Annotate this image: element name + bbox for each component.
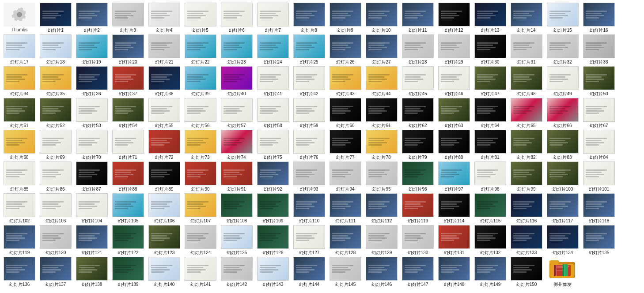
slide-item-34[interactable]: 幻灯片34 <box>2 66 37 97</box>
slide-item-41[interactable]: 幻灯片41 <box>255 66 291 97</box>
slide-item-107[interactable]: 幻灯片107 <box>183 193 218 224</box>
slide-item-6[interactable]: 幻灯片6 <box>219 3 254 34</box>
slide-item-128[interactable]: 幻灯片128 <box>328 225 363 256</box>
slide-item-77[interactable]: 幻灯片77 <box>328 130 363 161</box>
slide-item-145[interactable]: 幻灯片145 <box>328 257 363 288</box>
slide-item-1[interactable]: 幻灯片1 <box>38 3 73 34</box>
slide-item-25[interactable]: 幻灯片25 <box>292 34 327 65</box>
slide-item-125[interactable]: 幻灯片125 <box>219 225 254 256</box>
slide-item-86[interactable]: 幻灯片86 <box>38 162 73 192</box>
slide-item-91[interactable]: 幻灯片91 <box>219 162 254 192</box>
slide-item-66[interactable]: 幻灯片66 <box>545 98 580 129</box>
slide-item-143[interactable]: 幻灯片143 <box>255 257 291 288</box>
slide-item-50[interactable]: 幻灯片50 <box>581 66 617 97</box>
slide-item-36[interactable]: 幻灯片36 <box>74 66 110 97</box>
slide-item-104[interactable]: 幻灯片104 <box>74 193 110 224</box>
slide-item-136[interactable]: 幻灯片136 <box>2 257 37 288</box>
slide-item-30[interactable]: 幻灯片30 <box>473 34 508 65</box>
slide-item-80[interactable]: 幻灯片80 <box>436 130 472 161</box>
slide-item-92[interactable]: 幻灯片92 <box>255 162 291 192</box>
slide-item-39[interactable]: 幻灯片39 <box>183 66 218 97</box>
slide-item-10[interactable]: 幻灯片10 <box>364 3 399 34</box>
slide-item-63[interactable]: 幻灯片63 <box>436 98 472 129</box>
slide-item-148[interactable]: 幻灯片148 <box>436 257 472 288</box>
slide-item-55[interactable]: 幻灯片55 <box>147 98 182 129</box>
slide-item-67[interactable]: 幻灯片67 <box>581 98 617 129</box>
slide-item-31[interactable]: 幻灯片31 <box>509 34 544 65</box>
slide-item-20[interactable]: 幻灯片20 <box>110 34 146 65</box>
slide-item-13[interactable]: 幻灯片13 <box>473 3 508 34</box>
slide-item-27[interactable]: 幻灯片27 <box>364 34 399 65</box>
slide-item-134[interactable]: 幻灯片134 <box>545 225 580 256</box>
slide-item-70[interactable]: 幻灯片70 <box>74 130 110 161</box>
slide-item-49[interactable]: 幻灯片49 <box>545 66 580 97</box>
slide-item-81[interactable]: 幻灯片81 <box>473 130 508 161</box>
slide-item-141[interactable]: 幻灯片141 <box>183 257 218 288</box>
slide-item-47[interactable]: 幻灯片47 <box>473 66 508 97</box>
slide-item-69[interactable]: 幻灯片69 <box>38 130 73 161</box>
slide-item-4[interactable]: 幻灯片4 <box>147 3 182 34</box>
slide-item-140[interactable]: 幻灯片140 <box>147 257 182 288</box>
slide-item-58[interactable]: 幻灯片58 <box>255 98 291 129</box>
slide-item-23[interactable]: 幻灯片23 <box>219 34 254 65</box>
slide-item-65[interactable]: 幻灯片65 <box>509 98 544 129</box>
slide-item-123[interactable]: 幻灯片123 <box>147 225 182 256</box>
slide-item-73[interactable]: 幻灯片73 <box>183 130 218 161</box>
slide-item-19[interactable]: 幻灯片19 <box>74 34 110 65</box>
slide-item-89[interactable]: 幻灯片89 <box>147 162 182 192</box>
slide-item-112[interactable]: 幻灯片112 <box>364 193 399 224</box>
slide-item-15[interactable]: 幻灯片15 <box>545 3 580 34</box>
slide-item-133[interactable]: 幻灯片133 <box>509 225 544 256</box>
slide-item-57[interactable]: 幻灯片57 <box>219 98 254 129</box>
slide-item-137[interactable]: 幻灯片137 <box>38 257 73 288</box>
slide-item-109[interactable]: 幻灯片109 <box>255 193 291 224</box>
slide-item-32[interactable]: 幻灯片32 <box>545 34 580 65</box>
slide-item-37[interactable]: 幻灯片37 <box>110 66 146 97</box>
slide-item-132[interactable]: 幻灯片132 <box>473 225 508 256</box>
slide-item-138[interactable]: 幻灯片138 <box>74 257 110 288</box>
slide-item-29[interactable]: 幻灯片29 <box>436 34 472 65</box>
slide-item-94[interactable]: 幻灯片94 <box>328 162 363 192</box>
slide-item-130[interactable]: 幻灯片130 <box>400 225 436 256</box>
slide-item-105[interactable]: 幻灯片105 <box>110 193 146 224</box>
slide-item-111[interactable]: 幻灯片111 <box>328 193 363 224</box>
slide-item-90[interactable]: 幻灯片90 <box>183 162 218 192</box>
slide-item-51[interactable]: 幻灯片51 <box>2 98 37 129</box>
slide-item-59[interactable]: 幻灯片59 <box>292 98 327 129</box>
slide-item-144[interactable]: 幻灯片144 <box>292 257 327 288</box>
slide-item-100[interactable]: 幻灯片100 <box>545 162 580 192</box>
slide-item-149[interactable]: 幻灯片149 <box>473 257 508 288</box>
slide-item-12[interactable]: 幻灯片12 <box>436 3 472 34</box>
slide-item-108[interactable]: 幻灯片108 <box>219 193 254 224</box>
slide-item-38[interactable]: 幻灯片38 <box>147 66 182 97</box>
slide-item-146[interactable]: 幻灯片146 <box>364 257 399 288</box>
slide-item-88[interactable]: 幻灯片88 <box>110 162 146 192</box>
slide-item-44[interactable]: 幻灯片44 <box>364 66 399 97</box>
thumbs-item[interactable]: Thumbs <box>2 3 37 34</box>
slide-item-21[interactable]: 幻灯片21 <box>147 34 182 65</box>
slide-item-102[interactable]: 幻灯片102 <box>2 193 37 224</box>
slide-item-131[interactable]: 幻灯片131 <box>436 225 472 256</box>
slide-item-95[interactable]: 幻灯片95 <box>364 162 399 192</box>
slide-item-9[interactable]: 幻灯片9 <box>328 3 363 34</box>
slide-item-119[interactable]: 幻灯片119 <box>2 225 37 256</box>
slide-item-48[interactable]: 幻灯片48 <box>509 66 544 97</box>
slide-item-68[interactable]: 幻灯片68 <box>2 130 37 161</box>
slide-item-75[interactable]: 幻灯片75 <box>255 130 291 161</box>
slide-item-142[interactable]: 幻灯片142 <box>219 257 254 288</box>
slide-item-126[interactable]: 幻灯片126 <box>255 225 291 256</box>
slide-item-42[interactable]: 幻灯片42 <box>292 66 327 97</box>
slide-item-87[interactable]: 幻灯片87 <box>74 162 110 192</box>
slide-item-61[interactable]: 幻灯片61 <box>364 98 399 129</box>
slide-item-147[interactable]: 幻灯片147 <box>400 257 436 288</box>
slide-item-135[interactable]: 幻灯片135 <box>581 225 617 256</box>
slide-item-101[interactable]: 幻灯片101 <box>581 162 617 192</box>
slide-item-97[interactable]: 幻灯片97 <box>436 162 472 192</box>
slide-item-60[interactable]: 幻灯片60 <box>328 98 363 129</box>
slide-item-82[interactable]: 幻灯片82 <box>509 130 544 161</box>
slide-item-121[interactable]: 幻灯片121 <box>74 225 110 256</box>
slide-item-16[interactable]: 幻灯片16 <box>581 3 617 34</box>
slide-item-28[interactable]: 幻灯片28 <box>400 34 436 65</box>
slide-item-52[interactable]: 幻灯片52 <box>38 98 73 129</box>
slide-item-64[interactable]: 幻灯片64 <box>473 98 508 129</box>
